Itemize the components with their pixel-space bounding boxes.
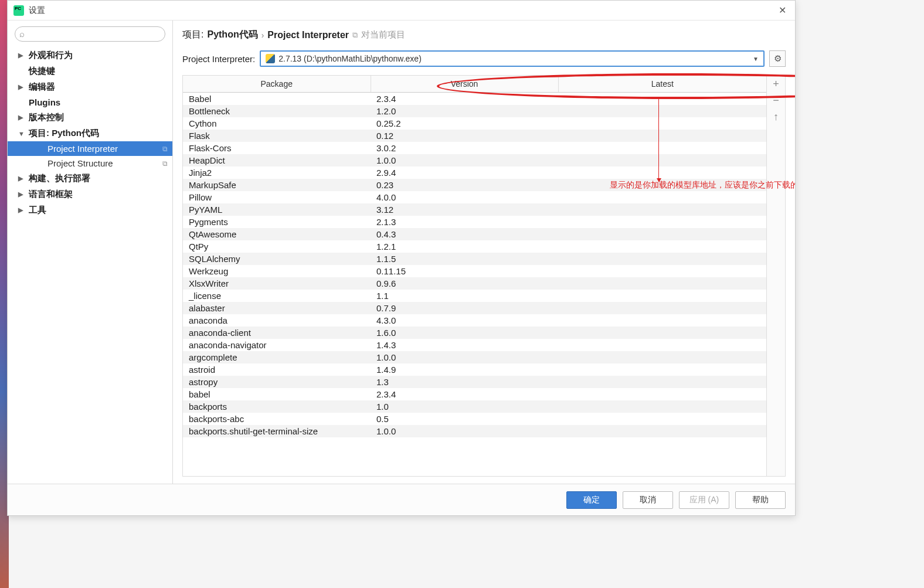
sidebar-item-10[interactable]: ▶工具 — [8, 202, 172, 218]
cell-latest — [558, 191, 766, 203]
cell-package: astroid — [183, 363, 371, 376]
crumb-page: Project Interpreter — [267, 30, 349, 40]
table-row[interactable]: Flask0.12 — [183, 130, 766, 142]
table-row[interactable]: Werkzeug0.11.15 — [183, 265, 766, 277]
sidebar-item-2[interactable]: ▶编辑器 — [8, 79, 172, 95]
table-row[interactable]: anaconda-navigator1.4.3 — [183, 339, 766, 351]
cell-latest — [558, 376, 766, 388]
help-button[interactable]: 帮助 — [735, 491, 786, 509]
cell-package: anaconda-client — [183, 327, 371, 339]
search-input[interactable] — [15, 26, 165, 42]
table-row[interactable]: backports1.0 — [183, 400, 766, 413]
table-row[interactable]: anaconda-client1.6.0 — [183, 327, 766, 339]
sidebar-item-6[interactable]: Project Interpreter⧉ — [8, 141, 172, 156]
cell-package: argcomplete — [183, 351, 371, 363]
table-row[interactable]: astroid1.4.9 — [183, 363, 766, 376]
package-table-area: Package Version Latest Babel2.3.4Bottlen… — [182, 75, 786, 477]
sidebar-item-8[interactable]: ▶构建、执行部署 — [8, 171, 172, 186]
cell-latest — [558, 240, 766, 253]
cell-package: Babel — [183, 93, 371, 106]
settings-tree: ▶外观和行为快捷键▶编辑器Plugins▶版本控制▼项目: Python代码Pr… — [8, 47, 172, 484]
table-row[interactable]: Jinja22.9.4 — [183, 166, 766, 179]
sidebar-item-7[interactable]: Project Structure⧉ — [8, 156, 172, 171]
header-latest[interactable]: Latest — [558, 76, 766, 93]
header-package[interactable]: Package — [183, 76, 371, 93]
cell-latest — [558, 302, 766, 314]
table-row[interactable]: astropy1.3 — [183, 376, 766, 388]
chevron-down-icon: ▼ — [753, 56, 759, 62]
cell-version: 1.6.0 — [371, 327, 558, 339]
remove-package-button[interactable]: − — [767, 92, 785, 108]
interpreter-row: Project Interpreter: 2.7.13 (D:\pythonMa… — [173, 47, 795, 75]
header-version[interactable]: Version — [371, 76, 558, 93]
sidebar-item-5[interactable]: ▼项目: Python代码 — [8, 125, 172, 141]
table-row[interactable]: PyYAML3.12 — [183, 203, 766, 216]
sidebar-item-4[interactable]: ▶版本控制 — [8, 110, 172, 125]
table-row[interactable]: anaconda4.3.0 — [183, 314, 766, 327]
sidebar-item-label: 语言和框架 — [29, 189, 73, 200]
cell-latest — [558, 388, 766, 400]
table-row[interactable]: backports.shutil-get-terminal-size1.0.0 — [183, 425, 766, 437]
settings-dialog: 设置 ✕ ▶外观和行为快捷键▶编辑器Plugins▶版本控制▼项目: Pytho… — [7, 0, 796, 516]
table-row[interactable]: SQLAlchemy1.1.5 — [183, 253, 766, 265]
cell-package: Pillow — [183, 191, 371, 203]
gear-icon[interactable]: ⚙ — [769, 50, 786, 67]
cell-package: MarkupSafe — [183, 179, 371, 191]
table-row[interactable]: XlsxWriter0.9.6 — [183, 277, 766, 290]
cell-package: Cython — [183, 117, 371, 130]
sidebar-item-3[interactable]: Plugins — [8, 95, 172, 110]
interpreter-dropdown[interactable]: 2.7.13 (D:\pythonMathLib\pythonw.exe) ▼ — [260, 50, 765, 67]
project-scope-icon: ⧉ — [352, 30, 358, 40]
sidebar-item-0[interactable]: ▶外观和行为 — [8, 47, 172, 63]
sidebar-item-1[interactable]: 快捷键 — [8, 63, 172, 79]
table-row[interactable]: alabaster0.7.9 — [183, 302, 766, 314]
sidebar-item-label: Project Interpreter — [47, 144, 118, 154]
cell-latest — [558, 142, 766, 154]
cell-package: QtAwesome — [183, 228, 371, 240]
cell-version: 0.11.15 — [371, 265, 558, 277]
table-row[interactable]: Babel2.3.4 — [183, 93, 766, 106]
cell-package: babel — [183, 388, 371, 400]
sidebar-item-9[interactable]: ▶语言和框架 — [8, 186, 172, 202]
table-row[interactable]: Cython0.25.2 — [183, 117, 766, 130]
upgrade-package-button[interactable]: ↑ — [767, 108, 785, 125]
ok-button[interactable]: 确定 — [566, 491, 617, 509]
close-icon[interactable]: ✕ — [775, 4, 789, 18]
cell-package: backports.shutil-get-terminal-size — [183, 425, 371, 437]
titlebar: 设置 ✕ — [8, 1, 795, 21]
sidebar-item-label: 工具 — [29, 205, 46, 216]
table-row[interactable]: HeapDict1.0.0 — [183, 154, 766, 166]
sidebar-item-label: Project Structure — [47, 158, 113, 168]
cancel-button[interactable]: 取消 — [623, 491, 673, 509]
cell-latest — [558, 290, 766, 302]
table-row[interactable]: MarkupSafe0.23 — [183, 179, 766, 191]
add-package-button[interactable]: + — [767, 76, 785, 92]
apply-button[interactable]: 应用 (A) — [679, 491, 729, 509]
copy-icon: ⧉ — [162, 159, 168, 168]
cell-latest — [558, 216, 766, 228]
cell-package: anaconda — [183, 314, 371, 327]
cell-version: 1.1 — [371, 290, 558, 302]
cell-latest — [558, 179, 766, 191]
cell-latest — [558, 166, 766, 179]
table-row[interactable]: Pillow4.0.0 — [183, 191, 766, 203]
interpreter-value: 2.7.13 (D:\pythonMathLib\pythonw.exe) — [278, 54, 753, 63]
window-title: 设置 — [29, 5, 775, 16]
table-row[interactable]: argcomplete1.0.0 — [183, 351, 766, 363]
table-row[interactable]: QtPy1.2.1 — [183, 240, 766, 253]
cell-package: backports-abc — [183, 413, 371, 425]
table-row[interactable]: backports-abc0.5 — [183, 413, 766, 425]
table-row[interactable]: Pygments2.1.3 — [183, 216, 766, 228]
package-table-scroll[interactable]: Package Version Latest Babel2.3.4Bottlen… — [183, 76, 766, 476]
table-row[interactable]: babel2.3.4 — [183, 388, 766, 400]
cell-latest — [558, 327, 766, 339]
sidebar-item-label: 项目: Python代码 — [29, 128, 99, 139]
table-row[interactable]: Bottleneck1.2.0 — [183, 105, 766, 117]
table-row[interactable]: Flask-Cors3.0.2 — [183, 142, 766, 154]
table-row[interactable]: _license1.1 — [183, 290, 766, 302]
table-row[interactable]: QtAwesome0.4.3 — [183, 228, 766, 240]
dialog-body: ▶外观和行为快捷键▶编辑器Plugins▶版本控制▼项目: Python代码Pr… — [8, 21, 795, 484]
cell-package: QtPy — [183, 240, 371, 253]
cell-package: Flask-Cors — [183, 142, 371, 154]
crumb-project-label: 项目: — [182, 29, 203, 41]
